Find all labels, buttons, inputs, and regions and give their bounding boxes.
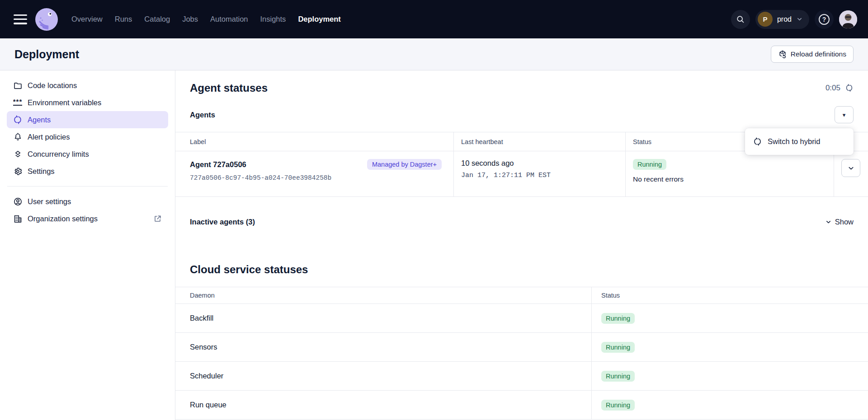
- layers-icon: [13, 149, 23, 159]
- daemon-name: Scheduler: [175, 362, 591, 390]
- nav-overview[interactable]: Overview: [71, 15, 103, 23]
- help-icon: ?: [819, 14, 830, 25]
- daemon-status-badge: Running: [601, 313, 635, 324]
- agent-id: 727a0506-8c97-4b95-a024-70ee3984258b: [190, 174, 453, 182]
- daemon-name: Sensors: [175, 333, 591, 361]
- agents-actions-menu: Switch to hybrid: [745, 128, 854, 155]
- cloud-services-table: Daemon Status Backfill Running Sensors R…: [175, 287, 868, 420]
- sidebar-item-user-settings[interactable]: User settings: [7, 193, 168, 210]
- deployment-name: prod: [777, 15, 792, 23]
- bell-icon: [13, 132, 23, 142]
- agent-row-expand-button[interactable]: [841, 159, 860, 177]
- agents-actions-caret-button[interactable]: [835, 106, 854, 123]
- search-icon: [736, 14, 745, 24]
- nav-jobs[interactable]: Jobs: [182, 15, 198, 23]
- daemon-status-badge: Running: [601, 400, 635, 411]
- agent-name[interactable]: Agent 727a0506: [190, 160, 246, 169]
- main-content: Agent statuses 0:05 Agents Label: [175, 70, 868, 420]
- agent-status-detail: No recent errors: [633, 175, 834, 183]
- agent-row: Agent 727a0506 Managed by Dagster+ 727a0…: [175, 151, 868, 196]
- sidebar-item-concurrency-limits[interactable]: Concurrency limits: [7, 145, 168, 163]
- env-vars-icon: [13, 98, 23, 107]
- sidebar-item-alert-policies[interactable]: Alert policies: [7, 128, 168, 145]
- deployment-sidebar: Code locations Environment variables Age…: [0, 70, 175, 420]
- external-link-icon: [153, 215, 162, 223]
- folder-icon: [13, 80, 23, 90]
- topbar: Overview Runs Catalog Jobs Automation In…: [0, 0, 868, 38]
- help-button[interactable]: ?: [815, 10, 834, 29]
- agents-heading: Agents: [190, 111, 215, 119]
- sidebar-divider: [7, 186, 168, 187]
- deployment-switcher[interactable]: P prod: [755, 10, 809, 29]
- col-daemon: Daemon: [175, 287, 591, 303]
- sidebar-item-agents[interactable]: Agents: [7, 111, 168, 128]
- cloud-table-header: Daemon Status: [175, 287, 868, 304]
- chevron-down-icon: [847, 164, 855, 172]
- chevron-down-icon: [825, 219, 832, 225]
- agent-cycle-icon: [753, 137, 762, 146]
- sidebar-item-organization-settings[interactable]: Organization settings: [7, 210, 168, 227]
- primary-nav: Overview Runs Catalog Jobs Automation In…: [71, 15, 341, 23]
- col-last-heartbeat: Last heartbeat: [453, 132, 625, 151]
- chevron-down-icon: [796, 16, 803, 23]
- nav-deployment[interactable]: Deployment: [298, 15, 340, 23]
- agent-cycle-icon: [13, 115, 23, 125]
- managed-badge: Managed by Dagster+: [367, 159, 442, 170]
- user-avatar[interactable]: [839, 10, 857, 28]
- hamburger-menu-icon[interactable]: [14, 14, 27, 24]
- nav-runs[interactable]: Runs: [115, 15, 132, 23]
- col-label: Label: [175, 132, 453, 151]
- nav-automation[interactable]: Automation: [210, 15, 248, 23]
- agent-status-badge: Running: [633, 159, 666, 170]
- refresh-icon[interactable]: [845, 84, 854, 92]
- cloud-service-statuses-title: Cloud service statuses: [175, 262, 868, 277]
- gear-icon: [13, 166, 23, 176]
- daemon-row-scheduler: Scheduler Running: [175, 362, 868, 391]
- heartbeat-timestamp: Jan 17, 1:27:11 PM EST: [461, 172, 625, 179]
- daemon-status-badge: Running: [601, 342, 635, 353]
- page-title: Deployment: [14, 48, 79, 61]
- heartbeat-relative: 10 seconds ago: [461, 159, 625, 168]
- refresh-countdown: 0:05: [826, 84, 854, 93]
- daemon-name: Run queue: [175, 391, 591, 419]
- daemon-name: Backfill: [175, 304, 591, 332]
- reload-cube-icon: [778, 50, 787, 59]
- daemon-row-run-queue: Run queue Running: [175, 391, 868, 420]
- deployment-initial-badge: P: [758, 12, 773, 27]
- page-header: Deployment Reload definitions: [0, 38, 868, 70]
- col-status: Status: [591, 287, 868, 303]
- sidebar-item-code-locations[interactable]: Code locations: [7, 77, 168, 94]
- inactive-agents-heading: Inactive agents (3): [190, 218, 255, 226]
- building-icon: [13, 214, 23, 224]
- dagster-logo[interactable]: [35, 8, 58, 31]
- show-inactive-toggle[interactable]: Show: [825, 218, 854, 226]
- search-button[interactable]: [731, 10, 750, 29]
- reload-definitions-button[interactable]: Reload definitions: [771, 46, 854, 63]
- daemon-row-sensors: Sensors Running: [175, 333, 868, 362]
- agent-statuses-title: Agent statuses: [190, 80, 268, 95]
- sidebar-item-environment-variables[interactable]: Environment variables: [7, 94, 168, 111]
- nav-insights[interactable]: Insights: [260, 15, 286, 23]
- nav-catalog[interactable]: Catalog: [144, 15, 170, 23]
- sidebar-item-settings[interactable]: Settings: [7, 163, 168, 180]
- user-circle-icon: [13, 196, 23, 206]
- daemon-status-badge: Running: [601, 371, 635, 382]
- menu-item-switch-to-hybrid[interactable]: Switch to hybrid: [745, 131, 854, 152]
- daemon-row-backfill: Backfill Running: [175, 304, 868, 333]
